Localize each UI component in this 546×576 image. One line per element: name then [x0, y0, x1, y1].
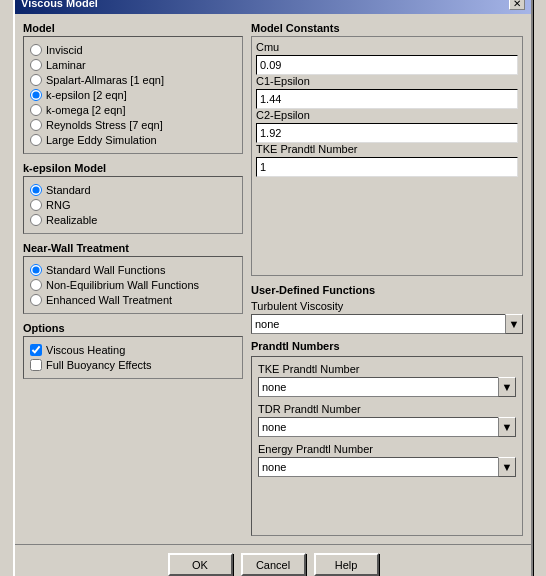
constant-c1epsilon: C1-Epsilon — [256, 75, 518, 109]
c1epsilon-input[interactable] — [256, 89, 518, 109]
c2epsilon-input[interactable] — [256, 123, 518, 143]
title-bar: Viscous Model ✕ — [15, 0, 531, 14]
turbulent-viscosity-select[interactable]: none — [251, 314, 523, 334]
model-radio-laminar[interactable]: Laminar — [30, 59, 236, 71]
tke-prandtl-dd-label: TKE Prandtl Number — [258, 363, 516, 375]
help-button[interactable]: Help — [314, 553, 379, 576]
model-label-les: Large Eddy Simulation — [46, 134, 157, 146]
constant-c2epsilon: C2-Epsilon — [256, 109, 518, 143]
near-wall-radio-noneq[interactable]: Non-Equilibrium Wall Functions — [30, 279, 236, 291]
turbulent-viscosity-label: Turbulent Viscosity — [251, 300, 523, 312]
left-panel: Model Inviscid Laminar Spalart-Allmaras … — [23, 22, 243, 536]
model-constants-title: Model Constants — [251, 22, 523, 34]
close-button[interactable]: ✕ — [509, 0, 525, 10]
cmu-input[interactable] — [256, 55, 518, 75]
kepsilon-section-title: k-epsilon Model — [23, 162, 243, 174]
options-section: Options Viscous Heating Full Buoyancy Ef… — [23, 322, 243, 379]
kepsilon-options-box: Standard RNG Realizable — [23, 176, 243, 234]
tdr-prandtl-select[interactable]: none — [258, 417, 516, 437]
tke-prandtl-dd-wrapper: none ▼ — [258, 377, 516, 397]
cmu-label: Cmu — [256, 41, 518, 53]
energy-prandtl-wrapper: none ▼ — [258, 457, 516, 477]
model-radio-komega[interactable]: k-omega [2 eqn] — [30, 104, 236, 116]
model-constants-panel[interactable]: Cmu C1-Epsilon C2-Epsilon TKE Prandtl Nu… — [251, 36, 523, 276]
model-label-komega: k-omega [2 eqn] — [46, 104, 126, 116]
tke-prandtl-input[interactable] — [256, 157, 518, 177]
turbulent-viscosity-wrapper: none ▼ — [251, 314, 523, 334]
kepsilon-radio-standard[interactable]: Standard — [30, 184, 236, 196]
options-title: Options — [23, 322, 243, 334]
option-buoyancy[interactable]: Full Buoyancy Effects — [30, 359, 236, 371]
prandtl-panel[interactable]: TKE Prandtl Number none ▼ TDR Prandtl Nu… — [251, 356, 523, 536]
tke-prandtl-label: TKE Prandtl Number — [256, 143, 518, 155]
model-label-inviscid: Inviscid — [46, 44, 83, 56]
model-radio-les[interactable]: Large Eddy Simulation — [30, 134, 236, 146]
kepsilon-label-standard: Standard — [46, 184, 91, 196]
model-radio-inviscid[interactable]: Inviscid — [30, 44, 236, 56]
model-radio-reynolds[interactable]: Reynolds Stress [7 eqn] — [30, 119, 236, 131]
option-label-viscous: Viscous Heating — [46, 344, 125, 356]
near-wall-label-enhanced: Enhanced Wall Treatment — [46, 294, 172, 306]
constant-cmu: Cmu — [256, 41, 518, 75]
tdr-prandtl-wrapper: none ▼ — [258, 417, 516, 437]
tke-prandtl-container: TKE Prandtl Number none ▼ — [258, 363, 516, 397]
model-label-laminar: Laminar — [46, 59, 86, 71]
turbulent-viscosity-container: Turbulent Viscosity none ▼ — [251, 300, 523, 334]
main-content: Model Inviscid Laminar Spalart-Allmaras … — [15, 14, 531, 544]
kepsilon-label-realizable: Realizable — [46, 214, 97, 226]
model-radio-kepsilon[interactable]: k-epsilon [2 eqn] — [30, 89, 236, 101]
near-wall-label-standard: Standard Wall Functions — [46, 264, 165, 276]
near-wall-radio-enhanced[interactable]: Enhanced Wall Treatment — [30, 294, 236, 306]
ok-button[interactable]: OK — [168, 553, 233, 576]
tke-prandtl-select[interactable]: none — [258, 377, 516, 397]
cancel-button[interactable]: Cancel — [241, 553, 306, 576]
tdr-prandtl-container: TDR Prandtl Number none ▼ — [258, 403, 516, 437]
c1epsilon-label: C1-Epsilon — [256, 75, 518, 87]
prandtl-title: Prandtl Numbers — [251, 340, 523, 352]
model-label-reynolds: Reynolds Stress [7 eqn] — [46, 119, 163, 131]
right-panel: Model Constants Cmu C1-Epsilon C2-Epsilo… — [251, 22, 523, 536]
viscous-model-window: Viscous Model ✕ Model Inviscid Laminar — [13, 0, 533, 576]
kepsilon-label-rng: RNG — [46, 199, 70, 211]
udf-section: User-Defined Functions Turbulent Viscosi… — [251, 284, 523, 334]
model-section-title: Model — [23, 22, 243, 34]
model-label-kepsilon: k-epsilon [2 eqn] — [46, 89, 127, 101]
constant-tke-prandtl: TKE Prandtl Number — [256, 143, 518, 177]
udf-title: User-Defined Functions — [251, 284, 523, 296]
window-title: Viscous Model — [21, 0, 98, 9]
model-constants-section: Model Constants Cmu C1-Epsilon C2-Epsilo… — [251, 22, 523, 276]
model-options-box: Inviscid Laminar Spalart-Allmaras [1 eqn… — [23, 36, 243, 154]
option-label-buoyancy: Full Buoyancy Effects — [46, 359, 152, 371]
kepsilon-radio-realizable[interactable]: Realizable — [30, 214, 236, 226]
prandtl-section: Prandtl Numbers TKE Prandtl Number none … — [251, 340, 523, 536]
options-box: Viscous Heating Full Buoyancy Effects — [23, 336, 243, 379]
near-wall-label-noneq: Non-Equilibrium Wall Functions — [46, 279, 199, 291]
model-radio-spalart[interactable]: Spalart-Allmaras [1 eqn] — [30, 74, 236, 86]
button-bar: OK Cancel Help — [15, 544, 531, 576]
near-wall-options-box: Standard Wall Functions Non-Equilibrium … — [23, 256, 243, 314]
near-wall-title: Near-Wall Treatment — [23, 242, 243, 254]
near-wall-radio-standard[interactable]: Standard Wall Functions — [30, 264, 236, 276]
option-viscous-heating[interactable]: Viscous Heating — [30, 344, 236, 356]
energy-prandtl-container: Energy Prandtl Number none ▼ — [258, 443, 516, 477]
near-wall-section: Near-Wall Treatment Standard Wall Functi… — [23, 242, 243, 314]
energy-prandtl-select[interactable]: none — [258, 457, 516, 477]
kepsilon-radio-rng[interactable]: RNG — [30, 199, 236, 211]
c2epsilon-label: C2-Epsilon — [256, 109, 518, 121]
energy-prandtl-label: Energy Prandtl Number — [258, 443, 516, 455]
model-label-spalart: Spalart-Allmaras [1 eqn] — [46, 74, 164, 86]
kepsilon-section: k-epsilon Model Standard RNG Realizable — [23, 162, 243, 234]
tdr-prandtl-label: TDR Prandtl Number — [258, 403, 516, 415]
model-section: Model Inviscid Laminar Spalart-Allmaras … — [23, 22, 243, 154]
